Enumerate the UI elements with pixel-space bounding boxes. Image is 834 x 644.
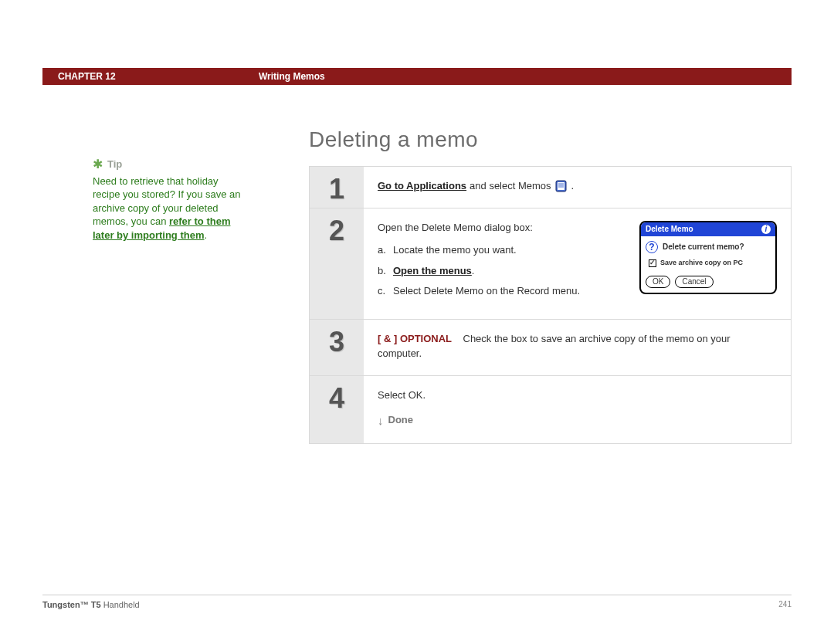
go-to-applications-link[interactable]: Go to Applications	[378, 179, 466, 194]
step4-text: Select OK.	[378, 388, 777, 403]
substep-b-period: .	[472, 265, 475, 276]
main-content: Deleting a memo 1 Go to Applications and…	[309, 127, 792, 444]
tip-body: Need to retrieve that holiday recipe you…	[93, 175, 247, 242]
step2-intro: Open the Delete Memo dialog box:	[378, 221, 626, 236]
tip-asterisk-icon: ✱	[93, 156, 103, 173]
done-arrow-icon: ↓	[378, 412, 384, 429]
step-number: 2	[310, 208, 364, 319]
step-number: 1	[310, 167, 364, 208]
step-2: 2 Open the Delete Memo dialog box: a. Lo…	[310, 208, 791, 320]
optional-tag: [ & ] OPTIONAL	[378, 333, 452, 344]
tip-label: Tip	[107, 158, 122, 171]
substep-c-label: c.	[378, 284, 388, 299]
chapter-label: CHAPTER 12	[42, 71, 259, 82]
step-4: 4 Select OK. ↓ Done	[310, 376, 791, 443]
steps-container: 1 Go to Applications and select Memos	[309, 166, 792, 444]
step1-text: and select Memos	[470, 179, 551, 194]
dialog-title-text: Delete Memo	[646, 224, 693, 236]
chapter-header: CHAPTER 12 Writing Memos	[42, 68, 792, 85]
step-number: 3	[310, 320, 364, 375]
done-indicator: ↓ Done	[378, 412, 777, 429]
dialog-ok-button[interactable]: OK	[646, 276, 670, 288]
footer-product-rest: Handheld	[101, 600, 140, 609]
memos-icon	[554, 179, 568, 193]
question-icon: ?	[646, 241, 658, 253]
step-1: 1 Go to Applications and select Memos	[310, 167, 791, 208]
substep-c-text: Select Delete Memo on the Record menu.	[393, 284, 580, 299]
page-footer: Tungsten™ T5 Handheld 241	[42, 595, 792, 609]
dialog-question: Delete current memo?	[663, 242, 744, 253]
delete-memo-dialog: Delete Memo i ? Delete current memo? ✓ S…	[639, 221, 777, 295]
open-menus-link[interactable]: Open the menus	[393, 265, 472, 276]
section-label: Writing Memos	[259, 71, 325, 82]
dialog-cancel-button[interactable]: Cancel	[675, 276, 713, 288]
footer-page-number: 241	[778, 600, 792, 609]
footer-product: Tungsten™ T5 Handheld	[42, 600, 140, 609]
sidebar-tip: ✱ Tip Need to retrieve that holiday reci…	[93, 156, 247, 242]
step1-period: .	[571, 179, 575, 194]
footer-product-bold: Tungsten™ T5	[42, 600, 101, 609]
substep-a-text: Locate the memo you want.	[393, 243, 517, 258]
step-number: 4	[310, 376, 364, 443]
done-label: Done	[388, 413, 414, 428]
page-title: Deleting a memo	[309, 127, 792, 152]
archive-checkbox-label: Save archive copy on PC	[660, 258, 743, 268]
archive-checkbox[interactable]: ✓	[649, 259, 656, 267]
substep-a-label: a.	[378, 243, 388, 258]
substep-b-label: b.	[378, 264, 388, 279]
dialog-titlebar: Delete Memo i	[641, 222, 775, 237]
step-3: 3 [ & ] OPTIONAL Check the box to save a…	[310, 320, 791, 376]
tip-text-suffix: .	[204, 229, 207, 241]
info-icon[interactable]: i	[761, 225, 771, 234]
